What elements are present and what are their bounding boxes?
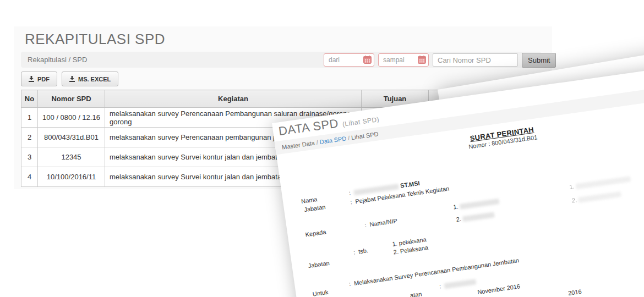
breadcrumb-master-data: Master Data bbox=[281, 140, 315, 151]
calendar-icon[interactable] bbox=[363, 56, 372, 64]
breadcrumb-lihat-spd: Lihat SPD bbox=[351, 130, 379, 141]
download-icon bbox=[29, 76, 34, 82]
value-untuk: Melaksanakan Survey Perencanaan Pembangu… bbox=[348, 257, 519, 287]
page-title: REKAPITULASI SPD bbox=[25, 31, 165, 48]
col-header-nomor-spd: Nomor SPD bbox=[38, 90, 105, 108]
date-to-wrap bbox=[378, 53, 429, 67]
export-pdf-button[interactable]: PDF bbox=[21, 72, 57, 86]
kepada-list-item: 2. bbox=[456, 211, 495, 223]
label-jabatan-2: Jabatan bbox=[308, 260, 330, 269]
search-nomor-spd-input[interactable] bbox=[433, 53, 518, 67]
redacted-text bbox=[444, 279, 477, 289]
label-untuk: Untuk bbox=[312, 289, 329, 297]
cell-no: 2 bbox=[21, 128, 38, 147]
cell-no: 3 bbox=[21, 147, 38, 167]
value-jabatan-2: tsb. bbox=[353, 247, 368, 256]
value-kepada: Nama/NIP bbox=[364, 217, 398, 228]
cell-nomor: 100 / 0800 / 12.16 bbox=[38, 108, 105, 128]
jabatan-list: 1. pelaksana 2. Pelaksana bbox=[392, 235, 429, 257]
bottom-fragment-label: atan bbox=[410, 290, 422, 297]
export-excel-button[interactable]: MS. EXCEL bbox=[62, 72, 118, 86]
redacted-text bbox=[576, 176, 631, 189]
export-excel-label: MS. EXCEL bbox=[78, 76, 111, 82]
bottom-fragment-date: November 2016 bbox=[477, 283, 521, 295]
right-list-item: 2. bbox=[571, 190, 621, 204]
overlay-subtitle: (Lihat SPD) bbox=[342, 116, 380, 128]
download-icon bbox=[69, 76, 75, 82]
search-wrap bbox=[433, 53, 518, 67]
label-kepada: Kepada bbox=[305, 228, 326, 238]
export-toolbar: PDF MS. EXCEL bbox=[21, 72, 118, 86]
list-number: 1. bbox=[569, 183, 575, 190]
cell-nomor: 12345 bbox=[38, 147, 105, 167]
date-from-wrap bbox=[324, 53, 374, 67]
label-jabatan: Jabatan bbox=[304, 204, 326, 213]
list-number: 2. bbox=[571, 196, 577, 204]
redacted-text bbox=[462, 212, 495, 222]
value-nama-suffix: ST.MSI bbox=[400, 180, 420, 189]
cell-no: 1 bbox=[21, 108, 38, 128]
col-header-no: No bbox=[21, 90, 38, 108]
cell-nomor: 10/100/2016/11 bbox=[38, 167, 105, 187]
redacted-text bbox=[578, 191, 621, 203]
bottom-redaction-line bbox=[439, 278, 476, 289]
bottom-fragment-year: 2016 bbox=[567, 288, 582, 296]
breadcrumb-data-spd-link[interactable]: Data SPD bbox=[319, 135, 347, 146]
list-number: 2. bbox=[456, 216, 462, 223]
cell-no: 4 bbox=[21, 167, 38, 187]
right-list-item: 1. bbox=[569, 175, 631, 190]
submit-button[interactable]: Submit bbox=[522, 53, 556, 68]
cell-nomor: 800/043/31d.B01 bbox=[38, 128, 105, 147]
redacted-text bbox=[460, 199, 500, 210]
label-nama: Nama bbox=[301, 196, 318, 205]
calendar-icon[interactable] bbox=[418, 56, 426, 64]
kepada-list-item: 1. bbox=[453, 197, 500, 211]
page: REKAPITULASI SPD Rekapitulasi / SPD bbox=[0, 0, 644, 297]
filter-toolbar: Submit bbox=[324, 53, 556, 68]
export-pdf-label: PDF bbox=[37, 76, 50, 82]
col-header-kegiatan: Kegiatan bbox=[105, 90, 362, 108]
list-number: 1. bbox=[453, 203, 459, 210]
